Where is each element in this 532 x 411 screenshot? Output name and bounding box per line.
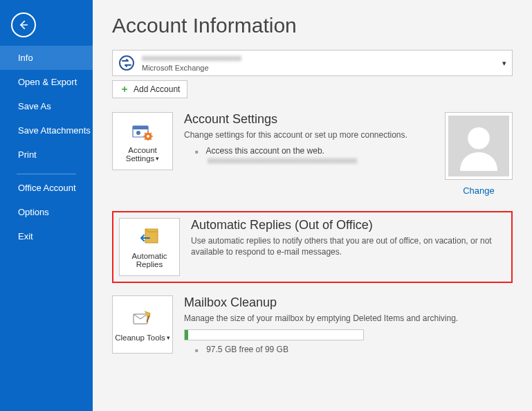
svg-point-4 [136,131,140,135]
sidebar-separator [17,174,76,174]
person-icon [454,121,504,171]
arrow-left-icon [18,19,29,30]
account-email: xxxxxxxxxxxxxxxxxxxxxxxx [142,54,241,63]
account-settings-section: Account Settings▾ Account Settings Chang… [112,112,513,196]
account-settings-tile[interactable]: Account Settings▾ [112,112,173,170]
chevron-down-icon: ▾ [502,59,506,68]
back-button[interactable] [11,12,36,37]
sidebar-item-print[interactable]: Print [0,143,93,167]
svg-point-6 [147,135,149,138]
chevron-down-icon: ▾ [156,155,159,162]
sidebar-item-exit[interactable]: Exit [0,224,93,248]
sidebar-item-save-attachments[interactable]: Save Attachments [0,118,93,143]
add-account-label: Add Account [134,84,180,94]
mailbox-progress [184,329,364,340]
change-photo-link[interactable]: Change [463,185,495,196]
avatar [445,112,513,180]
svg-point-1 [120,56,134,70]
cleanup-tools-icon [132,307,153,331]
sidebar-item-open-export[interactable]: Open & Export [0,70,93,94]
cleanup-tools-tile-label: Cleanup Tools [115,334,165,342]
mailbox-cleanup-title: Mailbox Cleanup [184,295,513,310]
account-settings-desc: Change settings for this account or set … [184,129,437,140]
sidebar-item-save-as[interactable]: Save As [0,94,93,118]
sidebar: Info Open & Export Save As Save Attachme… [0,0,93,411]
cleanup-tools-tile[interactable]: Cleanup Tools▾ [112,295,173,354]
mailbox-cleanup-section: Cleanup Tools▾ Mailbox Cleanup Manage th… [112,295,513,354]
main-content: Account Information xxxxxxxxxxxxxxxxxxxx… [93,0,532,411]
mailbox-cleanup-desc: Manage the size of your mailbox by empty… [184,313,513,324]
sidebar-item-options[interactable]: Options [0,200,93,224]
automatic-replies-tile-label: Automatic Replies [120,252,179,268]
svg-point-7 [468,127,490,149]
automatic-replies-icon [140,226,159,249]
automatic-replies-desc: Use automatic replies to notify others t… [191,235,504,257]
access-web-url: xxxxxxxxxxxxxxxxxxxxxxxxxxxxxxxxxxxx [208,156,357,165]
access-web-link[interactable]: Access this account on the web. [206,146,324,156]
mailbox-progress-fill [185,330,188,340]
mailbox-free-text: 97.5 GB free of 99 GB [206,345,288,354]
add-account-button[interactable]: ＋ Add Account [112,80,187,98]
account-settings-icon [132,120,153,143]
account-settings-tile-label: Account Settings [126,146,157,163]
automatic-replies-tile[interactable]: Automatic Replies [119,218,180,276]
plus-icon: ＋ [120,83,129,95]
sidebar-item-info[interactable]: Info [0,46,93,70]
page-title: Account Information [112,14,513,37]
account-type: Microsoft Exchange [142,64,241,72]
account-selector[interactable]: xxxxxxxxxxxxxxxxxxxxxxxx Microsoft Excha… [112,50,513,76]
bullet-icon: ■ [195,347,199,354]
chevron-down-icon: ▾ [167,334,170,341]
exchange-icon [118,55,135,71]
sidebar-item-office-account[interactable]: Office Account [0,176,93,200]
svg-rect-3 [133,126,148,129]
automatic-replies-title: Automatic Replies (Out of Office) [191,218,504,232]
account-settings-title: Account Settings [184,112,437,127]
bullet-icon: ■ [195,149,199,155]
automatic-replies-section: Automatic Replies Automatic Replies (Out… [112,211,513,283]
